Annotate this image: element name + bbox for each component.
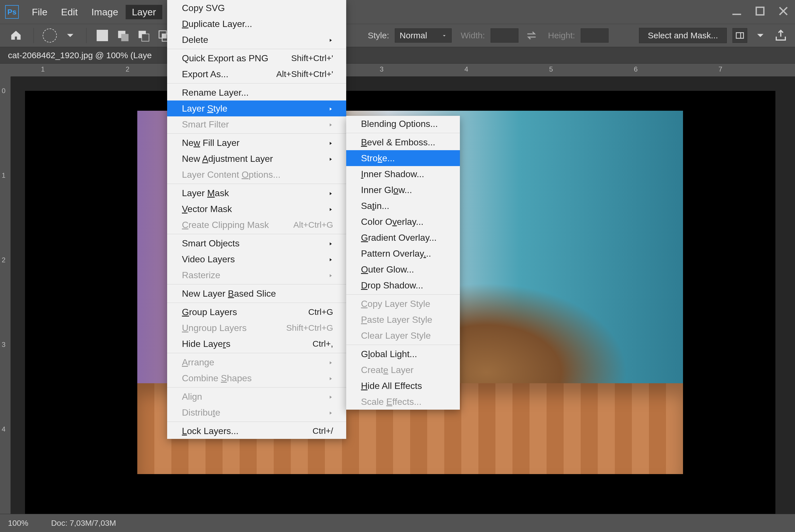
window-controls: [730, 4, 790, 20]
menu-shortcut: Shift+Ctrl+G: [269, 323, 333, 333]
menu-item: Ungroup LayersShift+Ctrl+G: [167, 320, 346, 336]
submenu-arrow-icon: [311, 103, 333, 114]
menu-item-label: Create Clipping Mask: [182, 220, 269, 230]
ruler-tick: 4: [465, 65, 468, 73]
menu-item[interactable]: Duplicate Layer...: [167, 16, 346, 32]
menu-item: Align: [167, 388, 346, 404]
panel-toggle-icon[interactable]: [733, 28, 747, 43]
select-and-mask-button[interactable]: Select and Mask...: [639, 28, 727, 43]
menu-item-label: Clear Layer Style: [361, 330, 431, 341]
menu-item[interactable]: Video Layers: [167, 251, 346, 267]
style-label: Style:: [368, 31, 389, 40]
menu-item[interactable]: Rename Layer...: [167, 84, 346, 100]
menu-item-label: Combine Shapes: [182, 373, 252, 383]
ruler-tick: 3: [2, 341, 5, 348]
menu-item[interactable]: Quick Export as PNGShift+Ctrl+': [167, 50, 346, 66]
menu-item[interactable]: Hide LayersCtrl+,: [167, 336, 346, 352]
chevron-down-icon[interactable]: [63, 28, 77, 43]
options-bar: Style: Normal Width: Height: Select and …: [0, 24, 795, 47]
menu-item: Create Clipping MaskAlt+Ctrl+G: [167, 217, 346, 233]
selection-subtract-icon[interactable]: [136, 28, 151, 43]
menu-item-label: Scale Effects...: [361, 397, 421, 407]
svg-rect-1: [756, 7, 764, 15]
close-button[interactable]: [777, 4, 790, 20]
menu-item-label: Drop Shadow...: [361, 280, 423, 291]
menu-item: Distribute: [167, 404, 346, 420]
menu-item[interactable]: Blending Options...: [346, 116, 460, 132]
menu-item: Arrange: [167, 354, 346, 370]
menu-item[interactable]: Vector Mask: [167, 201, 346, 217]
submenu-arrow-icon: [311, 373, 333, 383]
menu-item[interactable]: New Layer Based Slice: [167, 286, 346, 302]
menu-item[interactable]: Color Overlay...: [346, 214, 460, 230]
swap-dimensions-icon[interactable]: [524, 28, 539, 43]
menu-item[interactable]: Hide All Effects: [346, 378, 460, 394]
maximize-button[interactable]: [754, 4, 766, 20]
menu-item-label: New Adjustment Layer: [182, 154, 273, 164]
menu-item: Combine Shapes: [167, 370, 346, 386]
menu-file[interactable]: File: [25, 5, 54, 19]
menu-item[interactable]: Inner Shadow...: [346, 166, 460, 182]
menu-item-label: Lock Layers...: [182, 426, 238, 436]
menu-image[interactable]: Image: [85, 5, 125, 19]
submenu-arrow-icon: [311, 357, 333, 368]
menu-item[interactable]: Inner Glow...: [346, 182, 460, 198]
menu-item[interactable]: New Adjustment Layer: [167, 151, 346, 167]
menu-shortcut: Shift+Ctrl+': [274, 53, 333, 63]
menu-layer[interactable]: Layer: [126, 5, 162, 19]
ruler-tick: 5: [549, 65, 553, 73]
selection-add-icon[interactable]: [115, 28, 130, 43]
menu-item-label: Hide All Effects: [361, 381, 422, 391]
menu-item: Copy Layer Style: [346, 296, 460, 312]
menu-item-label: Smart Filter: [182, 119, 229, 130]
menu-item[interactable]: Group LayersCtrl+G: [167, 304, 346, 320]
menu-item[interactable]: Drop Shadow...: [346, 277, 460, 293]
ruler-tick: 1: [41, 65, 44, 73]
menu-item-label: Delete: [182, 35, 208, 45]
zoom-level[interactable]: 100%: [8, 519, 29, 528]
ruler-tick: 0: [2, 87, 5, 95]
minimize-button[interactable]: [730, 4, 743, 20]
menu-item-label: Duplicate Layer...: [182, 19, 252, 29]
chevron-down-icon[interactable]: [753, 28, 768, 43]
share-icon[interactable]: [773, 28, 788, 43]
menu-edit[interactable]: Edit: [55, 5, 84, 19]
menu-item[interactable]: Smart Objects: [167, 235, 346, 251]
menu-item-label: Layer Style: [182, 103, 228, 114]
menu-item[interactable]: New Fill Layer: [167, 135, 346, 151]
menu-item[interactable]: Layer Mask: [167, 185, 346, 201]
menu-shortcut: Ctrl+/: [295, 426, 333, 436]
menu-item[interactable]: Gradient Overlay...: [346, 230, 460, 246]
width-label: Width:: [461, 31, 485, 40]
submenu-arrow-icon: [311, 35, 333, 45]
document-tab[interactable]: cat-2068462_1920.jpg @ 100% (Laye: [0, 47, 795, 63]
menu-item[interactable]: Satin...: [346, 198, 460, 214]
menu-item[interactable]: Layer Style: [167, 100, 346, 116]
menu-item-label: Blending Options...: [361, 119, 438, 129]
status-bar: 100% Doc: 7,03M/7,03M: [0, 514, 795, 532]
height-field[interactable]: [581, 28, 609, 43]
menu-item[interactable]: Outer Glow...: [346, 262, 460, 277]
menu-item-label: Align: [182, 392, 202, 402]
menu-item[interactable]: Bevel & Emboss...: [346, 134, 460, 150]
menu-item-label: Bevel & Emboss...: [361, 137, 435, 148]
menu-item[interactable]: Stroke...: [346, 150, 460, 166]
menu-item[interactable]: Export As...Alt+Shift+Ctrl+': [167, 66, 346, 82]
selection-new-icon[interactable]: [95, 28, 110, 43]
home-icon[interactable]: [7, 26, 25, 44]
menu-item[interactable]: Pattern Overlay...: [346, 246, 460, 262]
menu-item-label: Smart Objects: [182, 238, 240, 249]
ruler-tick: 7: [719, 65, 722, 73]
menu-item-label: Vector Mask: [182, 204, 232, 214]
menu-item[interactable]: Copy SVG: [167, 0, 346, 16]
menu-item-label: Stroke...: [361, 153, 395, 164]
menu-item-label: Inner Glow...: [361, 185, 412, 195]
marquee-tool-icon[interactable]: [42, 28, 57, 43]
width-field[interactable]: [491, 28, 519, 43]
menu-item[interactable]: Lock Layers...Ctrl+/: [167, 423, 346, 439]
menu-shortcut: Ctrl+,: [295, 339, 333, 348]
menu-item[interactable]: Delete: [167, 32, 346, 48]
svg-rect-10: [162, 34, 166, 38]
style-select[interactable]: Normal: [395, 28, 452, 43]
menu-item[interactable]: Global Light...: [346, 346, 460, 362]
